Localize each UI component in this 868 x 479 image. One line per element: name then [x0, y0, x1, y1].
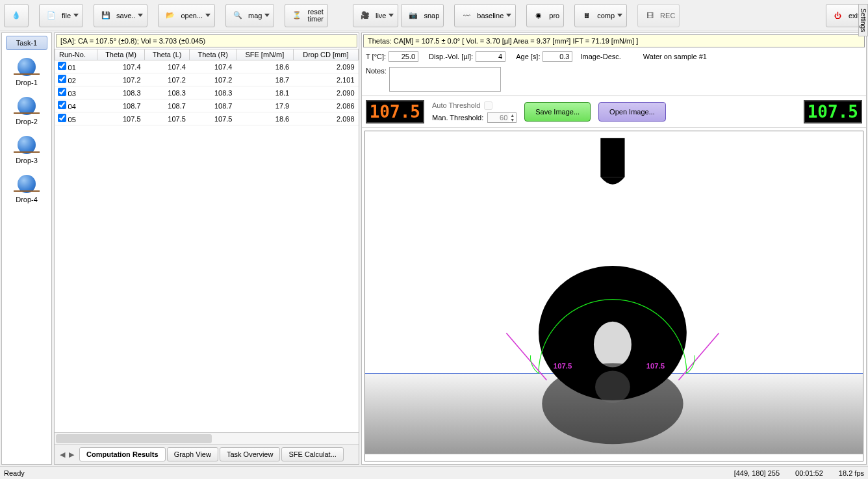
table-row[interactable]: 01107.4107.4107.418.62.099	[55, 60, 359, 73]
mag-label: mag	[248, 12, 262, 19]
snap-icon: 📷	[405, 8, 421, 23]
lcd-left: 107.5	[366, 100, 424, 123]
notes-label: Notes:	[366, 67, 387, 75]
results-table-wrapper[interactable]: Run-No.Theta (M)Theta (L)Theta (R)SFE [m…	[55, 49, 359, 432]
mag-button[interactable]: 🔍mag	[225, 4, 274, 27]
pro-icon: ◉	[531, 8, 546, 23]
man-threshold-input	[488, 113, 509, 122]
caret-icon	[138, 14, 143, 17]
svg-point-4	[594, 322, 632, 367]
power-icon: ⏻	[830, 8, 846, 23]
img-desc-value: Water on sample #1	[643, 53, 707, 60]
drop-item-1[interactable]: Drop-1	[6, 55, 47, 86]
spinner-down[interactable]: ▼	[509, 118, 516, 122]
status-bar: Ready [449, 180] 255 00:01:52 18.2 fps	[0, 466, 868, 479]
caret-icon	[389, 14, 394, 17]
row-checkbox[interactable]	[58, 62, 66, 70]
baseline-label: baseline	[477, 12, 504, 19]
img-desc-label: Image-Desc.	[580, 53, 620, 60]
camera-icon: 🎥	[357, 8, 373, 23]
drop-item-2[interactable]: Drop-2	[6, 94, 47, 125]
right-info-bar: Thetas: CA[M] = 107.5 ± 0.0° [ Vol. = 3.…	[363, 34, 865, 47]
age-input[interactable]	[542, 51, 572, 62]
temp-label: T [°C]:	[366, 53, 386, 60]
drop-item-4[interactable]: Drop-4	[6, 172, 47, 203]
magnify-icon: 🔍	[230, 8, 246, 23]
save-image-button[interactable]: Save Image...	[524, 102, 591, 122]
live-label: live	[376, 12, 387, 19]
col-header[interactable]: Theta (L)	[145, 49, 190, 60]
baseline-button[interactable]: 〰baseline	[454, 4, 516, 27]
table-row[interactable]: 02107.2107.2107.218.72.101	[55, 73, 359, 86]
caret-icon	[73, 14, 79, 17]
live-button[interactable]: 🎥live	[353, 4, 399, 27]
angle-left-text: 107.5	[554, 362, 572, 370]
film-icon: 🎞	[642, 8, 657, 23]
drop-image-area[interactable]: 107.5 107.5	[364, 131, 863, 461]
drop-visualization: 107.5 107.5	[365, 131, 863, 461]
caret-icon	[506, 14, 511, 17]
temp-input[interactable]	[389, 51, 418, 62]
calculator-icon: 🖩	[579, 8, 594, 23]
comp-button[interactable]: 🖩comp	[574, 4, 627, 27]
droplet-icon: 💧	[8, 8, 24, 23]
col-header[interactable]: Theta (M)	[97, 49, 144, 60]
open-button[interactable]: 📂open...	[158, 4, 215, 27]
right-pane: Thetas: CA[M] = 107.5 ± 0.0° [ Vol. = 3.…	[361, 32, 867, 465]
drop-item-3[interactable]: Drop-3	[6, 133, 47, 164]
tab-computation-results[interactable]: Computation Results	[79, 447, 166, 461]
sidebar: Task-1 Drop-1 Drop-2 Drop-3 Drop-4	[1, 32, 52, 465]
table-row[interactable]: 04108.7108.7108.717.92.086	[55, 99, 359, 112]
table-row[interactable]: 05107.5107.5107.518.62.098	[55, 112, 359, 125]
svg-point-6	[542, 363, 683, 444]
spinner-up[interactable]: ▲	[509, 113, 516, 118]
file-button[interactable]: 📄file	[39, 4, 83, 27]
angle-right-text: 107.5	[646, 362, 665, 370]
row-checkbox[interactable]	[58, 114, 66, 122]
caret-icon	[264, 14, 270, 17]
pro-label: pro	[549, 12, 559, 19]
drop-label: Drop-2	[16, 118, 38, 125]
col-header[interactable]: SFE [mN/m]	[236, 49, 293, 60]
save-icon: 💾	[98, 8, 114, 23]
baseline-icon: 〰	[459, 8, 474, 23]
reset-timer-label: reset timer	[307, 8, 323, 23]
row-checkbox[interactable]	[58, 88, 66, 96]
pro-button[interactable]: ◉pro	[526, 4, 564, 27]
col-header[interactable]: Theta (R)	[190, 49, 236, 60]
age-label: Age [s]:	[516, 53, 540, 60]
main-toolbar: 💧 📄file 💾save.. 📂open... 🔍mag ⏳reset tim…	[0, 0, 868, 31]
tab-task-overview[interactable]: Task Overview	[220, 447, 281, 461]
list-icon: 📄	[44, 8, 59, 23]
man-threshold-spinner[interactable]: ▲▼	[487, 112, 517, 123]
tab-scroll-left[interactable]: ◀	[58, 450, 66, 459]
rec-button[interactable]: 🎞REC	[637, 4, 680, 27]
open-image-button[interactable]: Open Image...	[598, 102, 666, 122]
svg-rect-0	[600, 138, 624, 177]
notes-textarea[interactable]	[389, 67, 501, 92]
drop-label: Drop-4	[16, 196, 38, 203]
results-table: Run-No.Theta (M)Theta (L)Theta (R)SFE [m…	[55, 49, 359, 125]
snap-button[interactable]: 📷snap	[401, 4, 444, 27]
app-icon-button[interactable]: 💧	[4, 4, 29, 27]
table-row[interactable]: 03108.3108.3108.318.12.090	[55, 86, 359, 99]
status-ready: Ready	[4, 469, 25, 477]
dispvol-input[interactable]	[476, 51, 505, 62]
snap-label: snap	[424, 12, 439, 19]
status-coords: [449, 180] 255	[734, 469, 780, 477]
reset-timer-button[interactable]: ⏳reset timer	[285, 4, 327, 27]
settings-tab[interactable]: Settings	[858, 4, 868, 36]
task-tab[interactable]: Task-1	[6, 36, 47, 50]
dispvol-label: Disp.-Vol. [µl]:	[429, 53, 473, 60]
row-checkbox[interactable]	[58, 101, 66, 109]
caret-icon	[205, 14, 211, 17]
tab-sfe-calculate[interactable]: SFE Calculat...	[281, 447, 343, 461]
col-header[interactable]: Drop CD [mm]	[293, 49, 358, 60]
tab-scroll-right[interactable]: ▶	[68, 450, 75, 459]
row-checkbox[interactable]	[58, 75, 66, 83]
tab-graph-view[interactable]: Graph View	[167, 447, 218, 461]
horizontal-scrollbar[interactable]	[55, 432, 359, 444]
caret-icon	[617, 14, 622, 17]
save-button[interactable]: 💾save..	[94, 4, 147, 27]
col-header[interactable]: Run-No.	[55, 49, 97, 60]
